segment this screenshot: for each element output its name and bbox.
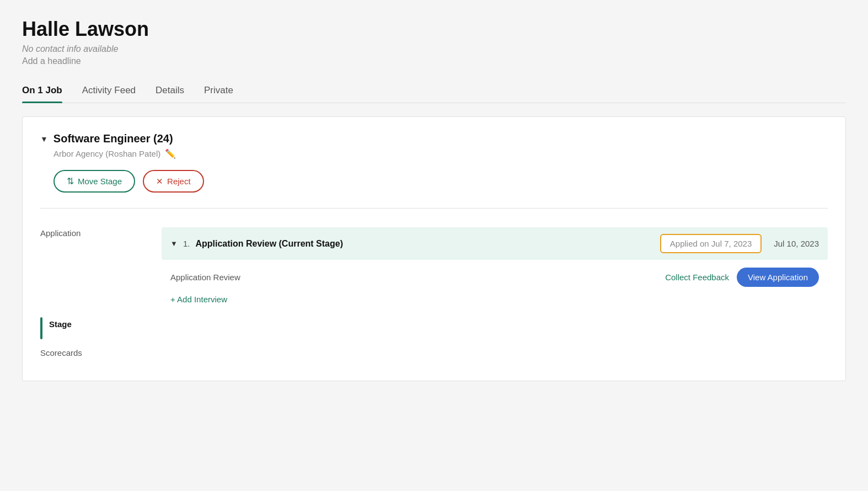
stage-highlight-row: ▼ 1. Application Review (Current Stage) …: [162, 227, 828, 260]
stage-date: Jul 10, 2023: [774, 239, 819, 248]
section-divider: [40, 208, 828, 209]
stage-chevron-icon: ▼: [170, 239, 178, 248]
action-buttons: ⇅ Move Stage ✕ Reject: [53, 170, 828, 193]
sub-stage-label: Application Review: [170, 273, 665, 282]
stage-name: Application Review (Current Stage): [195, 239, 654, 249]
stage-number: 1.: [183, 239, 190, 248]
candidate-name: Halle Lawson: [22, 18, 846, 41]
main-card: ▼ Software Engineer (24) Arbor Agency (R…: [22, 116, 846, 381]
add-headline[interactable]: Add a headline: [22, 56, 846, 66]
reject-button[interactable]: ✕ Reject: [143, 170, 204, 193]
stage-section-label: Stage: [49, 317, 72, 329]
application-label: Application: [40, 227, 162, 238]
tabs-row: On 1 Job Activity Feed Details Private: [22, 79, 846, 103]
page-container: Halle Lawson No contact info available A…: [0, 0, 868, 491]
scorecards-section-row: Scorecards: [40, 339, 828, 365]
collect-feedback-button[interactable]: Collect Feedback: [665, 273, 729, 282]
sections-table: Application ▼ 1. Application Review (Cur…: [40, 220, 828, 365]
job-agency: Arbor Agency (Roshan Patel) ✏️: [53, 148, 828, 159]
stage-section-row: Stage: [40, 314, 828, 339]
application-section-row: Application ▼ 1. Application Review (Cur…: [40, 220, 828, 314]
reject-icon: ✕: [156, 177, 163, 186]
candidate-header: Halle Lawson No contact info available A…: [22, 18, 846, 66]
job-header: ▼ Software Engineer (24): [40, 132, 828, 145]
applied-badge: Applied on Jul 7, 2023: [660, 234, 762, 253]
edit-agency-icon[interactable]: ✏️: [165, 148, 176, 159]
tab-activity-feed[interactable]: Activity Feed: [82, 79, 136, 103]
tab-private[interactable]: Private: [204, 79, 233, 103]
job-chevron-icon[interactable]: ▼: [40, 135, 48, 143]
stage-indicator-bar: [40, 317, 42, 339]
add-interview-button[interactable]: + Add Interview: [162, 289, 828, 306]
no-contact-info: No contact info available: [22, 44, 846, 54]
tab-details[interactable]: Details: [156, 79, 184, 103]
tab-on-job[interactable]: On 1 Job: [22, 79, 62, 103]
scorecards-label: Scorecards: [40, 347, 162, 357]
application-content: ▼ 1. Application Review (Current Stage) …: [162, 227, 828, 306]
move-stage-button[interactable]: ⇅ Move Stage: [53, 170, 135, 193]
sub-stage-row: Application Review Collect Feedback View…: [162, 261, 828, 289]
job-title: Software Engineer (24): [53, 132, 173, 145]
move-stage-icon: ⇅: [67, 176, 74, 186]
view-application-button[interactable]: View Application: [737, 268, 819, 287]
